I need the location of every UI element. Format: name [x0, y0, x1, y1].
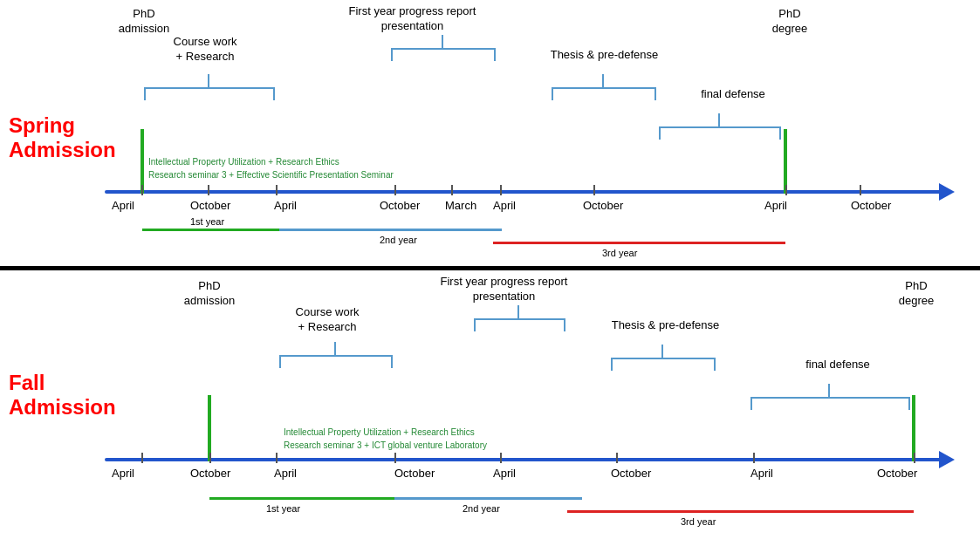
fall-cw-left — [279, 355, 281, 368]
spring-fd-bracket-top — [659, 126, 781, 128]
fall-month-april-1: April — [112, 467, 134, 480]
spring-timeline-arrow — [939, 183, 955, 201]
spring-section: SpringAdmission PhDadmission PhDdegree C… — [0, 0, 980, 269]
spring-seminar-text: Intellectual Property Utilization + Rese… — [148, 155, 394, 181]
fall-section: FallAdmission PhDadmission PhDdegree Cou… — [0, 270, 980, 546]
spring-year1-bar — [142, 229, 279, 231]
spring-final-defense-label: final defense — [689, 87, 777, 102]
fall-year2-label: 2nd year — [463, 503, 500, 514]
fall-final-defense-label: final defense — [794, 358, 881, 372]
spring-year3-bar — [493, 242, 785, 244]
fall-cw-right — [391, 355, 393, 368]
spring-month-april-1: April — [112, 199, 134, 212]
fall-admission-label: FallAdmission — [9, 371, 116, 419]
spring-tick-2 — [208, 185, 209, 195]
fall-fyp-center — [517, 305, 519, 318]
spring-month-oct-2: October — [380, 199, 420, 212]
spring-year2-label: 2nd year — [380, 235, 417, 245]
fall-tick-6 — [616, 453, 618, 463]
spring-fd-center — [718, 113, 720, 126]
fall-year3-bar — [567, 510, 914, 513]
fall-month-oct-4: October — [877, 467, 917, 480]
fall-tick-7 — [753, 453, 755, 463]
fall-coursework-label: Course work+ Research — [275, 305, 380, 335]
spring-tick-9 — [860, 185, 861, 195]
spring-fyp-bracket-top — [391, 48, 496, 50]
spring-thesis-left — [552, 87, 553, 100]
fall-timeline — [105, 458, 942, 461]
spring-thesis-label: Thesis & pre-defense — [537, 48, 672, 63]
spring-thesis-right — [654, 87, 656, 100]
fall-thesis-left — [611, 358, 613, 371]
fall-month-april-3: April — [493, 467, 516, 480]
spring-tick-4 — [394, 185, 396, 195]
spring-year3-label: 3rd year — [602, 248, 637, 258]
spring-phd-degree-marker — [784, 129, 787, 194]
spring-fyp-label: First year progress reportpresentation — [336, 4, 489, 34]
fall-timeline-arrow — [939, 451, 955, 468]
fall-cw-center — [334, 342, 336, 355]
spring-tick-8 — [785, 185, 787, 195]
fall-year3-label: 3rd year — [681, 516, 716, 527]
spring-tick-1 — [141, 185, 143, 195]
spring-fd-left — [659, 126, 661, 140]
spring-cw-bracket-right — [273, 87, 275, 100]
spring-timeline — [105, 190, 942, 194]
spring-tick-3 — [276, 185, 278, 195]
spring-phd-admission-marker — [140, 129, 144, 194]
spring-admission-label: SpringAdmission — [9, 113, 116, 161]
spring-tick-7 — [593, 185, 595, 195]
fall-phd-admission-marker — [208, 395, 211, 461]
spring-tick-5 — [451, 185, 453, 195]
spring-fyp-left — [391, 48, 393, 61]
spring-cw-bracket-left — [144, 87, 146, 100]
spring-cw-bracket-top — [144, 87, 275, 89]
fall-thesis-bracket-top — [611, 358, 716, 359]
spring-thesis-bracket-top — [552, 87, 656, 89]
fall-tick-8 — [914, 453, 915, 463]
fall-fyp-label: First year progress reportpresentation — [428, 275, 580, 304]
fall-tick-4 — [394, 453, 396, 463]
fall-seminar-text: Intellectual Property Utilization + Rese… — [284, 426, 487, 452]
fall-month-oct-3: October — [611, 467, 651, 480]
fall-month-oct-2: October — [394, 467, 435, 480]
fall-phd-degree-label: PhDdegree — [877, 279, 956, 309]
fall-thesis-center — [661, 345, 663, 358]
spring-fyp-center — [442, 35, 443, 48]
fall-phd-degree-marker — [912, 395, 915, 461]
spring-month-april-3: April — [493, 199, 516, 212]
spring-cw-center-tick — [208, 74, 209, 87]
spring-month-oct-3: October — [583, 199, 623, 212]
fall-fd-center — [828, 384, 830, 397]
fall-tick-5 — [500, 453, 502, 463]
fall-thesis-right — [714, 358, 716, 371]
fall-fd-bracket-top — [750, 397, 910, 399]
fall-tick-1 — [141, 453, 143, 463]
fall-month-april-4: April — [750, 467, 773, 480]
spring-fyp-right — [494, 48, 496, 61]
fall-year1-bar — [209, 497, 394, 500]
spring-fd-right — [779, 126, 781, 140]
fall-year2-bar — [394, 497, 582, 500]
fall-cw-bracket-top — [279, 355, 393, 357]
fall-fyp-bracket-top — [474, 318, 565, 320]
fall-thesis-label: Thesis & pre-defense — [598, 318, 733, 333]
spring-month-april-2: April — [274, 199, 297, 212]
spring-month-oct-1: October — [190, 199, 230, 212]
spring-month-april-4: April — [764, 199, 787, 212]
fall-tick-2 — [209, 453, 211, 463]
fall-fd-right — [908, 397, 910, 410]
spring-phd-admission-label: PhDadmission — [105, 7, 183, 37]
fall-fyp-right — [564, 318, 565, 331]
fall-month-april-2: April — [274, 467, 297, 480]
spring-phd-degree-label: PhDdegree — [750, 7, 829, 37]
spring-coursework-label: Course work+ Research — [153, 35, 257, 65]
spring-month-oct-4: October — [851, 199, 891, 212]
spring-thesis-center — [602, 74, 604, 87]
spring-year2-bar — [279, 229, 502, 231]
spring-year1-label: 1st year — [190, 216, 224, 227]
fall-fd-left — [750, 397, 752, 410]
fall-month-oct-1: October — [190, 467, 230, 480]
fall-tick-3 — [276, 453, 278, 463]
fall-year1-label: 1st year — [266, 503, 300, 514]
